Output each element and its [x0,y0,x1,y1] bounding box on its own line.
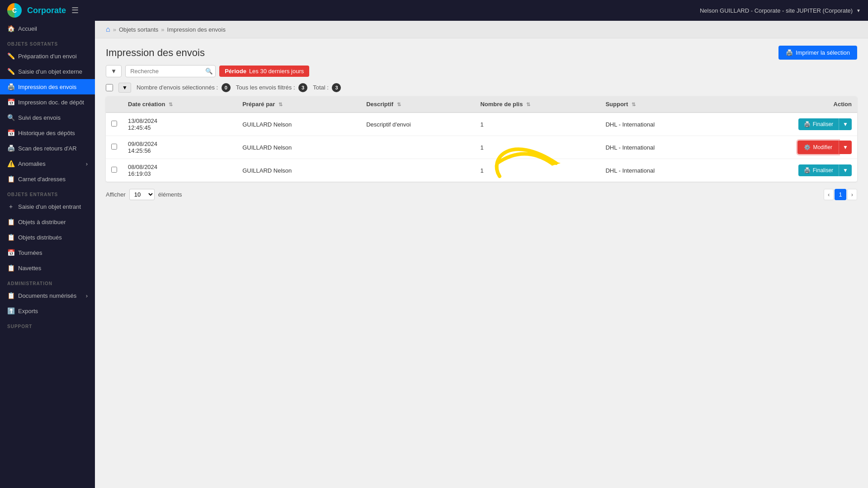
sidebar-item-carnet-adresses[interactable]: 📋 Carnet d'adresses [0,171,95,187]
finaliser-dropdown-button[interactable]: ▼ [839,164,852,176]
sidebar-item-label: Anomalies [18,160,46,167]
pagination-bar: Afficher 10 25 50 100 éléments ‹ 1 › [95,182,868,207]
hamburger-menu[interactable]: ☰ [71,5,79,15]
section-objets-entrants: OBJETS ENTRANTS [0,187,95,199]
sidebar-item-suivi-envois[interactable]: 🔍 Suivi des envois [0,110,95,125]
sidebar-item-impression-depot[interactable]: 📅 Impression doc. de dépôt [0,94,95,110]
row-support: DHL - International [600,136,723,159]
filtered-count-badge: 3 [298,83,307,92]
row-nombre-plis: 1 [475,136,600,159]
edit-icon: ✏️ [7,52,14,60]
finaliser-dropdown-button[interactable]: ▼ [839,118,852,130]
table-row: 09/08/202414:25:56 GUILLARD Nelson 1 DHL… [106,136,857,159]
th-support[interactable]: Support ⇅ [600,96,723,113]
page-1-button[interactable]: 1 [835,189,846,200]
row-date: 13/08/202412:45:45 [123,113,237,136]
sidebar-item-objets-distribuer[interactable]: 📋 Objets à distribuer [0,214,95,230]
plus-icon: + [7,203,14,210]
app-logo: C [7,3,22,18]
sidebar-item-anomalies[interactable]: ⚠️ Anomalies [0,156,95,171]
sort-icon: ⇅ [526,102,530,107]
sidebar-item-preparation[interactable]: ✏️ Préparation d'un envoi [0,48,95,64]
warning-icon: ⚠️ [7,160,14,167]
sidebar-item-saisie-externe[interactable]: ✏️ Saisie d'un objet externe [0,64,95,79]
print-selection-button[interactable]: 🖨️ Imprimer la sélection [778,46,857,60]
row-descriptif [361,136,475,159]
modifier-button[interactable]: ⚙️ Modifier [797,141,839,154]
calendar-icon: 📅 [7,99,14,106]
action-group: 🖨️ Finaliser ▼ [798,164,852,176]
top-navigation: C Corporate ☰ Nelson GUILLARD - Corporat… [0,0,868,21]
th-descriptif[interactable]: Descriptif ⇅ [361,96,475,113]
finaliser-label: Finaliser [813,167,833,174]
edit-icon: ✏️ [7,68,14,75]
sidebar-item-label: Objets à distribuer [18,219,66,225]
row-support: DHL - International [600,159,723,182]
select-all-checkbox[interactable] [106,84,113,91]
select-toggle-button[interactable]: ▼ [118,83,131,93]
th-prepare-par[interactable]: Préparé par ⇅ [237,96,361,113]
sidebar-item-accueil[interactable]: 🏠 Accueil [0,21,95,36]
search-icon: 🔍 [7,114,14,121]
row-checkbox-cell [106,159,123,182]
table-controls: ▼ Nombre d'envois sélectionnés : 0 Tous … [95,83,868,96]
breadcrumb: ⌂ » Objets sortants » Impression des env… [95,21,868,38]
sidebar-item-navettes[interactable]: 📋 Navettes [0,260,95,276]
search-button[interactable]: 🔍 [205,68,213,75]
scan-icon: 🖨️ [7,145,14,152]
sidebar-item-label: Documents numérisés [18,292,76,299]
finaliser-button[interactable]: 🖨️ Finaliser [798,118,839,130]
printer-icon: 🖨️ [804,167,811,174]
th-nombre-plis[interactable]: Nombre de plis ⇅ [475,96,600,113]
sidebar-item-exports[interactable]: ⬆️ Exports [0,303,95,319]
app-title: Corporate [27,6,66,15]
section-objets-sortants: OBJETS SORTANTS [0,36,95,48]
sidebar-item-label: Carnet d'adresses [18,176,66,183]
list-icon: 📋 [7,218,14,225]
row-checkbox[interactable] [111,121,117,127]
row-checkbox[interactable] [111,167,117,173]
print-icon: 🖨️ [7,83,14,90]
document-icon: 📋 [7,292,14,299]
sidebar: 🏠 Accueil OBJETS SORTANTS ✏️ Préparation… [0,21,95,488]
row-action-cell: ⚙️ Modifier ▼ [723,136,857,159]
sidebar-item-tournees[interactable]: 📅 Tournées [0,245,95,260]
th-checkbox [106,96,123,113]
th-date-creation[interactable]: Date création ⇅ [123,96,237,113]
sidebar-item-historique-depots[interactable]: 📅 Historique des dépôts [0,125,95,141]
filters-bar: ▼ 🔍 Période Les 30 derniers jours [95,65,868,83]
row-date: 09/08/202414:25:56 [123,136,237,159]
row-checkbox-cell [106,113,123,136]
modifier-dropdown-button[interactable]: ▼ [839,141,852,154]
print-button-label: Imprimer la sélection [796,49,850,56]
sidebar-item-label: Suivi des envois [18,114,61,121]
table-row: 08/08/202416:19:03 GUILLARD Nelson 1 DHL… [106,159,857,182]
sidebar-item-label: Préparation d'un envoi [18,53,77,60]
search-wrapper: 🔍 [125,65,216,77]
sidebar-item-impression-envois[interactable]: 🖨️ Impression des envois [0,79,95,94]
prev-page-button[interactable]: ‹ [824,189,834,200]
search-input[interactable] [125,65,216,77]
finaliser-button[interactable]: 🖨️ Finaliser [798,164,839,176]
page-size-select[interactable]: 10 25 50 100 [129,189,155,200]
sort-icon: ⇅ [632,102,636,107]
sidebar-item-saisie-entrant[interactable]: + Saisie d'un objet entrant [0,199,95,214]
finaliser-label: Finaliser [813,121,833,127]
row-checkbox[interactable] [111,144,117,150]
sidebar-item-label: Navettes [18,265,41,272]
selected-count-badge: 0 [222,83,231,92]
filter-toggle-button[interactable]: ▼ [106,65,122,77]
table-header-row: Date création ⇅ Préparé par ⇅ Descriptif… [106,96,857,113]
next-page-button[interactable]: › [847,189,857,200]
sidebar-item-documents-numerises[interactable]: 📋 Documents numérisés [0,288,95,303]
breadcrumb-impression-envois: Impression des envois [167,26,226,33]
period-label: Période [225,68,246,75]
row-prepare-par: GUILLARD Nelson [237,136,361,159]
user-menu[interactable]: Nelson GUILLARD - Corporate - site JUPIT… [700,7,861,14]
table-row: 13/08/202412:45:45 GUILLARD Nelson Descr… [106,113,857,136]
period-filter-badge[interactable]: Période Les 30 derniers jours [219,66,309,77]
sidebar-item-scan-retours[interactable]: 🖨️ Scan des retours d'AR [0,141,95,156]
home-breadcrumb-icon[interactable]: ⌂ [106,25,110,33]
sidebar-item-objets-distribues[interactable]: 📋 Objets distribués [0,230,95,245]
sidebar-item-label: Exports [18,308,38,314]
